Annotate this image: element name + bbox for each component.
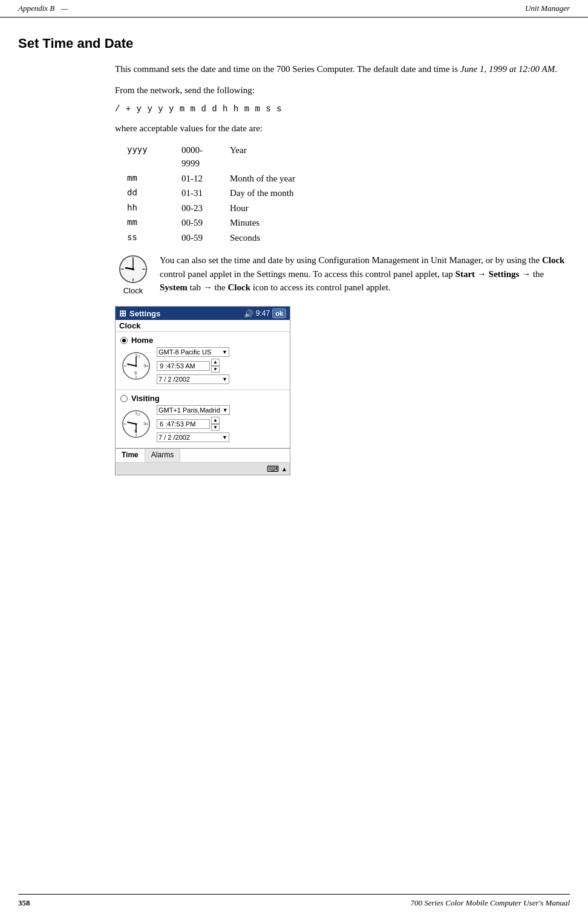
param-range: 01-31 (169, 186, 218, 201)
ok-button[interactable]: ok (272, 308, 286, 318)
param-code: dd (127, 186, 169, 201)
device-title: Settings (129, 309, 244, 318)
visiting-section: Visiting . 12 . 3 6 (116, 390, 290, 448)
note-text: You can also set the time and date by us… (160, 253, 570, 295)
note-bold-3: Settings (489, 269, 520, 279)
param-range: 00-59 (169, 230, 218, 246)
paragraph-2: From the network, send the following: (115, 83, 570, 97)
visiting-time-down[interactable]: ▼ (211, 424, 220, 431)
note-bold-5: Clock (227, 282, 250, 292)
para1-block: This command sets the date and time on t… (115, 62, 570, 76)
table-row: yyyy 0000-9999 Year (127, 143, 339, 171)
visiting-radio-row: Visiting (120, 394, 285, 403)
param-range: 0000-9999 (169, 143, 218, 171)
visiting-date-value: 7 / 2 /2002 (158, 434, 190, 441)
svg-text:. 12 .: . 12 . (134, 354, 143, 358)
svg-text:6: 6 (134, 370, 137, 376)
home-date-select[interactable]: 7 / 2 /2002 ▼ (157, 374, 229, 384)
note-text-6: icon to access its control panel applet. (250, 282, 391, 292)
home-time-input[interactable]: 9 :47:53 AM (157, 361, 210, 371)
visiting-radio[interactable] (120, 395, 128, 402)
home-date-value: 7 / 2 /2002 (158, 376, 190, 383)
time-down-arrow[interactable]: ▼ (211, 366, 220, 373)
page-title: Set Time and Date (18, 36, 570, 51)
appendix-label: Appendix B (18, 4, 54, 13)
home-time-input-row: 9 :47:53 AM ▲ ▼ (157, 359, 285, 373)
param-desc: Minutes (218, 215, 339, 230)
visiting-date-select[interactable]: 7 / 2 /2002 ▼ (157, 432, 229, 442)
home-radio[interactable] (120, 337, 128, 344)
visiting-time-controls: GMT+1 Paris,Madrid ▼ 6 :47:53 PM ▲ ▼ (157, 405, 285, 442)
table-row: hh 00-23 Hour (127, 201, 339, 216)
param-desc: Month of the year (218, 171, 339, 186)
paragraph-1: This command sets the date and time on t… (115, 62, 570, 76)
home-date-row[interactable]: 7 / 2 /2002 ▼ (157, 374, 285, 384)
home-timezone-row[interactable]: GMT-8 Pacific US ▼ (157, 347, 285, 357)
note-bold-2: Start (456, 269, 475, 279)
visiting-clock-icon: . 12 . 3 6 (120, 408, 152, 440)
titlebar-right: 🔊 9:47 ok (244, 308, 286, 318)
para1-end: . (555, 64, 557, 74)
note-text-5: tab → the (188, 282, 228, 292)
svg-text:3: 3 (143, 421, 146, 426)
time-up-arrow[interactable]: ▲ (211, 359, 220, 366)
visiting-date-arrow: ▼ (222, 434, 227, 440)
svg-text:3: 3 (143, 363, 146, 368)
table-row: mm 00-59 Minutes (127, 215, 339, 230)
note-bold-4: System (160, 282, 188, 292)
footer-title: 700 Series Color Mobile Computer User's … (411, 898, 570, 908)
param-range: 00-59 (169, 215, 218, 230)
table-row: ss 00-59 Seconds (127, 230, 339, 246)
home-timezone-select[interactable]: GMT-8 Pacific US ▼ (157, 347, 229, 357)
note-block: Clock You can also set the time and date… (115, 253, 570, 295)
device-time: 9:47 (256, 309, 270, 318)
note-text-2: control panel applet in the Settings men… (160, 269, 456, 279)
visiting-time-updown[interactable]: ▲ ▼ (211, 417, 220, 431)
home-time-updown[interactable]: ▲ ▼ (211, 359, 220, 373)
param-table: yyyy 0000-9999 Year mm 01-12 Month of th… (127, 143, 339, 246)
param-desc: Year (218, 143, 339, 171)
param-code: hh (127, 201, 169, 216)
home-timezone-arrow: ▼ (222, 349, 227, 355)
param-code: mm (127, 215, 169, 230)
svg-text:. 12 .: . 12 . (134, 413, 143, 416)
tab-alarms[interactable]: Alarms (145, 449, 180, 462)
device-screenshot: ⊞ Settings 🔊 9:47 ok Clock Home (115, 306, 290, 475)
visiting-label: Visiting (131, 394, 160, 403)
visiting-time-up[interactable]: ▲ (211, 417, 220, 424)
param-desc: Seconds (218, 230, 339, 246)
visiting-date-row[interactable]: 7 / 2 /2002 ▼ (157, 432, 285, 442)
param-desc: Day of the month (218, 186, 339, 201)
home-radio-row: Home (120, 336, 285, 345)
visiting-timezone-row[interactable]: GMT+1 Paris,Madrid ▼ (157, 405, 285, 415)
svg-point-8 (132, 268, 134, 270)
home-section: Home . . 3 6 . 12 . (116, 332, 290, 390)
param-code: yyyy (127, 143, 169, 171)
visiting-time-input[interactable]: 6 :47:53 PM (157, 419, 210, 429)
visiting-timezone-select[interactable]: GMT+1 Paris,Madrid ▼ (157, 405, 230, 415)
clock-icon-label: Clock (123, 286, 143, 295)
home-time-controls: GMT-8 Pacific US ▼ 9 :47:53 AM ▲ ▼ (157, 347, 285, 384)
header-separator: — (57, 4, 72, 13)
table-row: mm 01-12 Month of the year (127, 171, 339, 186)
footer-page-number: 358 (18, 898, 30, 908)
scroll-up-icon[interactable]: ▲ (281, 466, 287, 472)
svg-point-12 (122, 269, 123, 270)
speaker-icon: 🔊 (244, 309, 253, 318)
page-footer: 358 700 Series Color Mobile Computer Use… (18, 894, 570, 908)
visiting-timezone-value: GMT+1 Paris,Madrid (158, 406, 220, 414)
device-titlebar: ⊞ Settings 🔊 9:47 ok (116, 307, 290, 320)
note-bold-1: Clock (542, 255, 565, 265)
home-date-arrow: ▼ (222, 376, 227, 382)
svg-point-9 (132, 258, 134, 259)
param-desc: Hour (218, 201, 339, 216)
tab-time[interactable]: Time (116, 449, 145, 462)
visiting-timezone-arrow: ▼ (223, 407, 228, 413)
note-text-3: → (475, 269, 489, 279)
device-section-header: Clock (116, 320, 290, 332)
param-range: 00-23 (169, 201, 218, 216)
svg-point-10 (143, 269, 145, 270)
paragraph-3: where acceptable values for the date are… (115, 122, 570, 135)
keyboard-icon: ⌨ (267, 464, 279, 474)
svg-point-38 (136, 423, 137, 425)
